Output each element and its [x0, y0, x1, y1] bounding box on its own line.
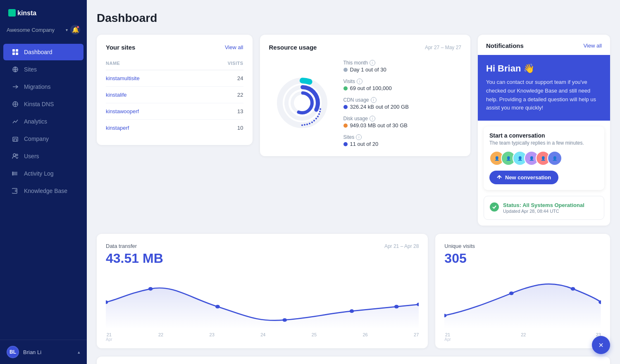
- donut-chart: [273, 74, 331, 132]
- status-check-icon: [490, 202, 499, 212]
- info-icon[interactable]: i: [370, 116, 375, 121]
- unique-visits-value: 305: [444, 251, 601, 266]
- this-month-section: This month i Day 1 out of 30: [343, 60, 462, 73]
- new-conversation-button[interactable]: New conversation: [489, 171, 558, 184]
- svg-point-45: [571, 287, 575, 291]
- sidebar-item-label: Users: [24, 153, 39, 159]
- transfer-value: 43.51 MB: [106, 251, 419, 266]
- sidebar-item-migrations[interactable]: Migrations: [3, 79, 83, 95]
- notifications-desc: You can contact our support team if you'…: [486, 78, 602, 112]
- x-label-25: 25: [312, 332, 317, 342]
- info-icon[interactable]: i: [357, 79, 362, 84]
- conv-avatars: 👤 👤 👤 👤 👤 👤: [489, 151, 599, 166]
- table-row: kinstawooperf 13: [106, 103, 243, 120]
- arrow-right-icon: [12, 83, 19, 90]
- grid-icon: [12, 48, 19, 56]
- cdn-section: CDN usage i 326.24 kB out of 200 GB: [343, 97, 462, 110]
- dot-blue-sites: [343, 142, 348, 146]
- your-sites-header: Your sites View all: [106, 44, 243, 51]
- sidebar-item-company[interactable]: Company: [3, 131, 83, 147]
- site-link[interactable]: kinstaperf: [106, 125, 129, 131]
- company-name: Awesome Company: [7, 27, 55, 33]
- info-icon[interactable]: i: [371, 97, 377, 103]
- x-label-24: 24: [260, 332, 265, 342]
- unique-visits-chart: [444, 271, 601, 329]
- sidebar-item-activity-log[interactable]: Activity Log: [3, 165, 83, 182]
- notifications-view-all[interactable]: View all: [583, 43, 602, 49]
- unique-visits-card: Unique visits 305: [435, 234, 610, 348]
- transfer-chart-svg: [106, 271, 419, 329]
- svg-point-25: [301, 124, 303, 126]
- unique-visits-header: Unique visits: [444, 243, 601, 249]
- resource-stats: This month i Day 1 out of 30 Visits i: [343, 58, 462, 147]
- your-sites-title: Your sites: [106, 44, 135, 51]
- page-title: Dashboard: [97, 12, 610, 25]
- notifications-panel: Notifications View all Hi Brian 👋 You ca…: [478, 35, 610, 226]
- cdn-value: 326.24 kB out of 200 GB: [343, 104, 462, 110]
- x-label-23: 23: [210, 332, 215, 342]
- table-row: kinstamultisite 24: [106, 70, 243, 87]
- col-visits: VISITS: [228, 61, 243, 66]
- visits-label: Visits i: [343, 79, 462, 84]
- transfer-header: Data transfer Apr 21 – Apr 28: [106, 243, 419, 249]
- your-sites-view-all[interactable]: View all: [225, 44, 243, 50]
- col-name: NAME: [106, 61, 120, 66]
- notification-dot: [76, 26, 79, 29]
- chevron-down-icon[interactable]: ▾: [66, 28, 68, 32]
- resource-card-inner: This month i Day 1 out of 30 Visits i: [269, 58, 462, 147]
- svg-point-31: [315, 118, 317, 119]
- notification-bell[interactable]: 🔔: [70, 25, 80, 35]
- site-link[interactable]: kinstawooperf: [106, 108, 139, 114]
- sidebar-item-knowledge-base[interactable]: Knowledge Base: [3, 183, 83, 199]
- uv-x-label-21: 21 Apr: [444, 332, 451, 342]
- sidebar-item-label: Kinsta DNS: [24, 101, 54, 107]
- sites-value: 11 out of 20: [343, 141, 462, 147]
- site-visits: 22: [237, 92, 243, 98]
- info-icon[interactable]: i: [370, 60, 375, 66]
- main-content: Dashboard Your sites View all NAME VISIT…: [87, 0, 620, 364]
- data-transfer-card: Data transfer Apr 21 – Apr 28 43.51 MB: [97, 234, 428, 348]
- svg-point-41: [394, 305, 399, 309]
- svg-point-29: [311, 121, 313, 123]
- sites-list: kinstamultisite 24 kinstalife 22 kinstaw…: [106, 70, 243, 136]
- svg-point-12: [16, 154, 18, 156]
- sidebar-item-users[interactable]: Users: [3, 148, 83, 164]
- svg-point-34: [319, 111, 321, 112]
- user-name: Brian Li: [23, 349, 74, 355]
- site-link[interactable]: kinstamultisite: [106, 75, 140, 81]
- user-menu[interactable]: BL Brian Li ▴: [0, 340, 87, 364]
- transfer-date: Apr 21 – Apr 28: [384, 243, 419, 249]
- x-label-27: 27: [414, 332, 419, 342]
- transfer-label: Data transfer: [106, 243, 137, 249]
- sidebar-item-kinsta-dns[interactable]: Kinsta DNS: [3, 96, 83, 112]
- table-row: kinstaperf 10: [106, 120, 243, 136]
- status-title: Status: All Systems Operational: [503, 202, 584, 208]
- svg-point-17: [12, 173, 13, 174]
- sidebar-item-sites[interactable]: Sites: [3, 61, 83, 78]
- svg-rect-2: [12, 49, 15, 52]
- notifications-title: Notifications: [486, 42, 524, 49]
- conv-title: Start a conversation: [489, 132, 599, 139]
- unique-visits-svg: [444, 271, 601, 329]
- site-visits: 24: [237, 75, 243, 81]
- sidebar-item-label: Company: [24, 136, 49, 142]
- sidebar-item-label: Dashboard: [24, 49, 52, 55]
- info-icon[interactable]: i: [356, 134, 362, 140]
- chart-icon: [12, 118, 19, 125]
- site-link[interactable]: kinstalife: [106, 92, 127, 98]
- status-text: Status: All Systems Operational Updated …: [503, 202, 584, 214]
- svg-point-33: [318, 113, 320, 115]
- sidebar-item-dashboard[interactable]: Dashboard: [3, 44, 83, 60]
- resource-usage-header: Resource usage Apr 27 – May 27: [269, 44, 462, 51]
- company-selector[interactable]: Awesome Company ▾ 🔔: [0, 22, 87, 41]
- dot-orange: [343, 124, 348, 128]
- this-month-label: This month i: [343, 60, 462, 66]
- checkmark-icon: [492, 205, 497, 209]
- hi-text: Hi Brian 👋: [486, 63, 602, 74]
- transfer-chart: [106, 271, 419, 329]
- close-button[interactable]: ×: [592, 336, 610, 354]
- sidebar-item-analytics[interactable]: Analytics: [3, 113, 83, 130]
- nav-menu: Dashboard Sites Migrations Kinsta DNS: [0, 41, 87, 340]
- visits-section: Visits i 69 out of 100,000: [343, 79, 462, 91]
- start-conversation-box: Start a conversation The team typically …: [484, 126, 604, 190]
